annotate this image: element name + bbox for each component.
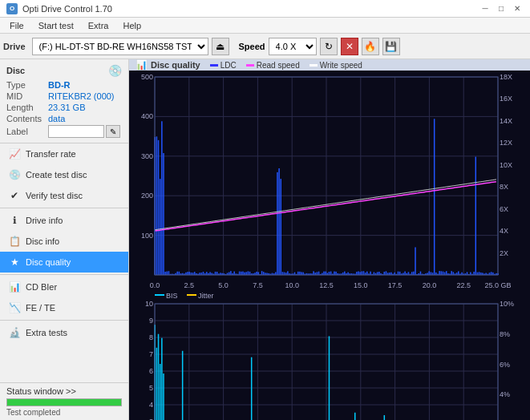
top-chart-canvas: [129, 71, 530, 291]
erase-button[interactable]: ✕: [341, 38, 358, 55]
title-bar: O Opti Drive Control 1.70 ─ □ ✕: [0, 0, 530, 18]
disc-label-edit-button[interactable]: ✎: [106, 125, 120, 138]
fe-te-icon: 📉: [8, 301, 21, 314]
main-content: Disc 💿 Type BD-R MID RITEKBR2 (000) Leng…: [0, 59, 530, 420]
sidebar-item-create-test-disc[interactable]: 💿 Create test disc: [0, 164, 128, 185]
app-icon: O: [6, 3, 18, 14]
disc-length-label: Length: [6, 103, 48, 112]
disc-panel: Disc 💿 Type BD-R MID RITEKBR2 (000) Leng…: [0, 59, 128, 143]
save-button[interactable]: 💾: [382, 38, 400, 55]
menu-file[interactable]: File: [3, 20, 30, 31]
sidebar-item-fe-te-label: FE / TE: [26, 303, 55, 313]
bottom-chart-canvas: [129, 291, 530, 420]
sidebar-item-verify-test-disc[interactable]: ✔ Verify test disc: [0, 185, 128, 206]
refresh-button[interactable]: ↻: [320, 38, 338, 55]
speed-label: Speed: [239, 42, 265, 51]
menu-extra[interactable]: Extra: [82, 20, 115, 31]
disc-contents-value: data: [48, 114, 65, 123]
legend-read-speed-dot: [246, 64, 254, 67]
disc-type-label: Type: [6, 80, 48, 90]
disc-contents-label: Contents: [6, 114, 48, 123]
title-bar-left: O Opti Drive Control 1.70: [6, 3, 112, 14]
legend-write-speed-dot: [310, 64, 318, 67]
title-controls: ─ □ ✕: [479, 2, 524, 15]
minimize-button[interactable]: ─: [479, 2, 492, 15]
nav-items: 📈 Transfer rate 💿 Create test disc ✔ Ver…: [0, 143, 128, 382]
legend-read-speed: Read speed: [246, 61, 300, 70]
disc-icon: 💿: [108, 64, 122, 77]
legend-ldc-label: LDC: [220, 61, 237, 70]
disc-type-row: Type BD-R: [6, 80, 122, 90]
sidebar-item-fe-te[interactable]: 📉 FE / TE: [0, 297, 128, 318]
status-text: Test completed: [6, 408, 122, 417]
sidebar-item-transfer-rate-label: Transfer rate: [26, 149, 76, 159]
disc-mid-label: MID: [6, 91, 48, 101]
disc-length-value: 23.31 GB: [48, 103, 85, 112]
sidebar-item-drive-info-label: Drive info: [26, 216, 63, 225]
chart-header-icon: 📊: [136, 59, 148, 71]
disc-contents-row: Contents data: [6, 114, 122, 123]
sidebar-item-disc-quality-label: Disc quality: [26, 257, 71, 267]
sidebar-item-disc-quality[interactable]: ★ Disc quality: [0, 252, 128, 273]
sidebar-item-cd-bier-label: CD BIer: [26, 282, 57, 292]
nav-divider-3: [0, 320, 128, 321]
drive-info-icon: ℹ: [8, 214, 21, 227]
sidebar-item-extra-tests[interactable]: 🔬 Extra tests: [0, 322, 128, 343]
eject-button[interactable]: ⏏: [212, 38, 229, 55]
transfer-rate-icon: 📈: [8, 147, 21, 160]
status-window-button[interactable]: Status window >>: [6, 386, 76, 396]
right-panel: 📊 Disc quality LDC Read speed Write spee…: [129, 59, 530, 420]
create-test-disc-icon: 💿: [8, 168, 21, 181]
legend-ldc-dot: [210, 64, 218, 67]
sidebar-item-drive-info[interactable]: ℹ Drive info: [0, 210, 128, 231]
drive-select[interactable]: (F:) HL-DT-ST BD-RE WH16NS58 TST4: [32, 38, 208, 55]
sidebar-item-verify-test-disc-label: Verify test disc: [26, 191, 83, 200]
legend-ldc: LDC: [210, 61, 237, 70]
disc-header: Disc 💿: [6, 64, 122, 77]
disc-type-value: BD-R: [48, 80, 71, 90]
sidebar-item-disc-info[interactable]: 📋 Disc info: [0, 231, 128, 252]
nav-divider-2: [0, 274, 128, 275]
extra-tests-icon: 🔬: [8, 326, 21, 339]
menu-start-test[interactable]: Start test: [32, 20, 80, 31]
legend-write-speed: Write speed: [310, 61, 362, 70]
chart-title: Disc quality: [151, 60, 200, 70]
menu-bar: File Start test Extra Help: [0, 18, 530, 34]
disc-label-row: Label ✎: [6, 125, 122, 138]
speed-select[interactable]: 4.0 X: [269, 38, 317, 55]
disc-label-input[interactable]: [48, 125, 104, 138]
disc-mid-value: RITEKBR2 (000): [48, 91, 115, 101]
status-area: Status window >> Test completed: [0, 382, 128, 420]
close-button[interactable]: ✕: [511, 2, 524, 15]
sidebar-item-cd-bier[interactable]: 📊 CD BIer: [0, 277, 128, 297]
progress-bar: [6, 398, 122, 406]
cd-bier-icon: 📊: [8, 281, 21, 293]
burn-button[interactable]: 🔥: [362, 38, 379, 55]
disc-length-row: Length 23.31 GB: [6, 103, 122, 112]
disc-quality-icon: ★: [8, 256, 21, 269]
sidebar-item-create-test-disc-label: Create test disc: [26, 170, 87, 180]
chart-legend: LDC Read speed Write speed: [210, 61, 362, 70]
sidebar-item-disc-info-label: Disc info: [26, 236, 59, 246]
disc-section-title: Disc: [6, 66, 25, 75]
drive-label: Drive: [3, 42, 26, 51]
drive-toolbar: Drive (F:) HL-DT-ST BD-RE WH16NS58 TST4 …: [0, 34, 530, 59]
progress-bar-fill: [7, 399, 121, 406]
charts-wrapper: [129, 71, 530, 420]
verify-test-disc-icon: ✔: [8, 189, 21, 202]
legend-read-speed-label: Read speed: [257, 61, 300, 70]
nav-divider-1: [0, 208, 128, 208]
disc-label-label: Label: [6, 127, 48, 136]
maximize-button[interactable]: □: [495, 2, 508, 15]
disc-info-icon: 📋: [8, 235, 21, 248]
menu-help[interactable]: Help: [116, 20, 148, 31]
sidebar: Disc 💿 Type BD-R MID RITEKBR2 (000) Leng…: [0, 59, 129, 420]
legend-write-speed-label: Write speed: [320, 61, 362, 70]
sidebar-item-extra-tests-label: Extra tests: [26, 328, 67, 337]
chart-header: 📊 Disc quality LDC Read speed Write spee…: [129, 59, 530, 71]
sidebar-item-transfer-rate[interactable]: 📈 Transfer rate: [0, 143, 128, 164]
app-title: Opti Drive Control 1.70: [22, 4, 112, 14]
disc-mid-row: MID RITEKBR2 (000): [6, 91, 122, 101]
